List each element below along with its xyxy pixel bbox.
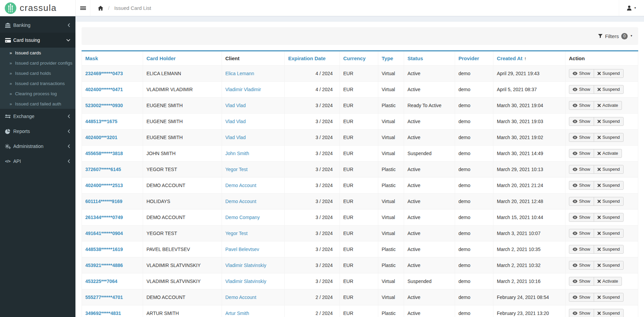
mask-link[interactable]: 455658******3818 (85, 151, 123, 156)
mask-link[interactable]: 261344******0749 (85, 215, 123, 220)
column-header-created-at[interactable]: Created At↑ (493, 51, 565, 66)
toggle-status-button[interactable]: Activate (594, 101, 622, 110)
mask-link[interactable]: 448513***1675 (85, 119, 117, 124)
client-link[interactable]: Elica Lemann (225, 71, 254, 76)
client-link[interactable]: Yegor Test (225, 231, 247, 236)
sidebar-item-exchange[interactable]: Exchange (0, 109, 75, 124)
brand-logo[interactable]: crassula (0, 0, 75, 16)
show-button[interactable]: Show (569, 213, 594, 222)
client-link[interactable]: John Smith (225, 151, 249, 156)
client-link[interactable]: Vladimir Slatvinskiy (225, 263, 266, 268)
card-holder-cell: ELICA LEMANN (143, 66, 222, 82)
column-header-type[interactable]: Type (378, 51, 404, 66)
client-link[interactable]: Demo Account (225, 199, 256, 204)
client-link[interactable]: Demo Account (225, 295, 256, 300)
column-header-status[interactable]: Status (404, 51, 455, 66)
mask-link[interactable]: 232469******0473 (85, 71, 123, 76)
show-button[interactable]: Show (569, 133, 594, 142)
toggle-status-button-label: Activate (603, 151, 618, 156)
mask-link[interactable]: 555277******4701 (85, 295, 123, 300)
client-link[interactable]: Vlad Vlad (225, 135, 246, 140)
toggle-status-button[interactable]: Suspend (594, 245, 624, 254)
mask-link[interactable]: 402400******2513 (85, 183, 123, 188)
toggle-status-button[interactable]: Suspend (594, 309, 624, 317)
sidebar-item-api[interactable]: </> API (0, 154, 75, 169)
show-button[interactable]: Show (569, 197, 594, 206)
mask-link[interactable]: 453225***7064 (85, 279, 117, 284)
sidebar-subitem-issued-card-transactions[interactable]: » Issued card transactions (0, 78, 75, 88)
show-button[interactable]: Show (569, 85, 594, 94)
client-link[interactable]: Demo Account (225, 183, 256, 188)
mask-link[interactable]: 601114******9169 (85, 199, 122, 204)
client-link[interactable]: Vladimir Slatvinskiy (225, 279, 266, 284)
show-button[interactable]: Show (569, 293, 594, 302)
client-link[interactable]: Vladimir Vladimir (225, 87, 261, 92)
sidebar-item-card-issuing[interactable]: Card Issuing (0, 33, 75, 48)
toggle-status-button[interactable]: Activate (594, 149, 622, 158)
column-header-mask[interactable]: Mask (82, 51, 143, 66)
show-button[interactable]: Show (569, 229, 594, 238)
column-header-provider[interactable]: Provider (455, 51, 493, 66)
client-link[interactable]: Artur Smith (225, 311, 249, 316)
show-button[interactable]: Show (569, 165, 594, 174)
show-button[interactable]: Show (569, 149, 594, 158)
toggle-status-button[interactable]: Suspend (594, 117, 624, 126)
mask-link[interactable]: 523002******0930 (85, 103, 123, 108)
toggle-status-button[interactable]: Suspend (594, 165, 624, 174)
sidebar-subitem-clearing-process-log[interactable]: » Clearing process log (0, 88, 75, 99)
card-holder-cell: HOLIDAYS (143, 194, 222, 210)
show-button-label: Show (579, 199, 590, 204)
show-button[interactable]: Show (569, 69, 594, 78)
provider-cell: demo (455, 289, 493, 305)
mask-link[interactable]: 402400***3201 (85, 135, 117, 140)
toggle-status-button[interactable]: Suspend (594, 213, 624, 222)
show-button[interactable]: Show (569, 245, 594, 254)
column-header-currency[interactable]: Currency (340, 51, 378, 66)
home-icon[interactable] (98, 6, 103, 11)
created-at-cell: March 20, 2021 12:48 (493, 194, 565, 210)
client-link[interactable]: Pavel Belevtsev (225, 247, 259, 252)
mask-link[interactable]: 491641******0904 (85, 231, 123, 236)
toggle-status-button[interactable]: Suspend (594, 229, 624, 238)
toggle-status-button[interactable]: Suspend (594, 133, 624, 142)
column-header-expiration-date[interactable]: Expiration Date (285, 51, 340, 66)
show-button[interactable]: Show (569, 101, 594, 110)
sidebar-toggle-button[interactable] (75, 0, 90, 16)
toggle-status-button[interactable]: Suspend (594, 197, 624, 206)
show-button[interactable]: Show (569, 277, 594, 286)
show-button[interactable]: Show (569, 181, 594, 190)
sidebar-subitem-issued-card-holds[interactable]: » Issued card holds (0, 68, 75, 78)
expiration-date-cell: 2 / 2024 (285, 305, 340, 317)
show-button[interactable]: Show (569, 261, 594, 270)
client-link[interactable]: Yegor Test (225, 167, 247, 172)
toggle-status-button[interactable]: Suspend (594, 69, 624, 78)
mask-link[interactable]: 402400******0471 (85, 87, 123, 92)
sidebar-item-banking[interactable]: Banking (0, 18, 75, 33)
mask-link[interactable]: 372607*****6145 (85, 167, 121, 172)
user-menu-button[interactable]: ▼ (619, 0, 644, 16)
client-link[interactable]: Vlad Vlad (225, 103, 246, 108)
sidebar-item-reports[interactable]: Reports (0, 124, 75, 139)
column-header-card-holder[interactable]: Card Holder (143, 51, 222, 66)
subitem-label: Issued card failed auth (15, 101, 61, 106)
mask-link[interactable]: 448538******1619 (85, 247, 123, 252)
filters-dropdown-button[interactable]: Filters 0 ▼ (598, 33, 633, 39)
subitem-label: Issued card holds (15, 71, 51, 76)
sidebar-subitem-issued-cards[interactable]: » Issued cards (0, 48, 75, 58)
provider-cell: demo (455, 162, 493, 178)
x-icon (597, 312, 601, 315)
toggle-status-button[interactable]: Suspend (594, 293, 624, 302)
mask-link[interactable]: 349692*****4831 (85, 311, 121, 316)
toggle-status-button[interactable]: Suspend (594, 181, 624, 190)
toggle-status-button[interactable]: Suspend (594, 85, 624, 94)
show-button[interactable]: Show (569, 309, 594, 317)
client-link[interactable]: Vlad Vlad (225, 119, 246, 124)
sidebar-item-administration[interactable]: Administration (0, 139, 75, 154)
sidebar-subitem-issued-card-provider-configs[interactable]: » Issued card provider configs (0, 58, 75, 68)
show-button[interactable]: Show (569, 117, 594, 126)
toggle-status-button[interactable]: Activate (594, 277, 622, 286)
mask-link[interactable]: 453921******4886 (85, 263, 123, 268)
toggle-status-button[interactable]: Suspend (594, 261, 624, 270)
sidebar-subitem-issued-card-failed-auth[interactable]: » Issued card failed auth (0, 99, 75, 109)
client-link[interactable]: Demo Company (225, 215, 260, 220)
